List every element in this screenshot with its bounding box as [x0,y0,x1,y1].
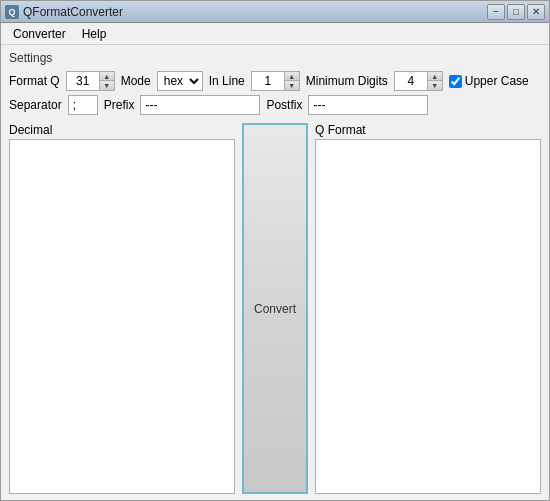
settings-row2: Separator Prefix Postfix [9,95,541,115]
title-bar-left: Q QFormatConverter [5,5,123,19]
settings-row1: Format Q ▲ ▼ Mode hex dec bin oct In Lin… [9,71,541,91]
min-digits-label: Minimum Digits [306,74,388,88]
postfix-label: Postfix [266,98,302,112]
postfix-input[interactable] [308,95,428,115]
separator-input[interactable] [68,95,98,115]
main-window: Q QFormatConverter − □ ✕ Converter Help … [0,0,550,501]
minimize-button[interactable]: − [487,4,505,20]
convert-button[interactable]: Convert [242,123,308,494]
decimal-panel: Decimal [9,123,235,494]
convert-column: Convert [235,123,315,494]
min-digits-input[interactable] [395,72,427,90]
format-q-spinbox: ▲ ▼ [66,71,115,91]
content-area: Settings Format Q ▲ ▼ Mode hex dec bin o… [1,45,549,500]
min-digits-spinbox: ▲ ▼ [394,71,443,91]
title-bar-buttons: − □ ✕ [487,4,545,20]
decimal-label: Decimal [9,123,235,137]
panels-area: Decimal Convert Q Format [9,123,541,494]
mode-label: Mode [121,74,151,88]
uppercase-wrapper: Upper Case [449,74,529,88]
inline-spinbox: ▲ ▼ [251,71,300,91]
title-bar: Q QFormatConverter − □ ✕ [1,1,549,23]
min-digits-spin-buttons: ▲ ▼ [427,72,442,90]
decimal-textarea[interactable] [9,139,235,494]
min-digits-spin-up[interactable]: ▲ [428,72,442,81]
prefix-input[interactable] [140,95,260,115]
format-q-label: Format Q [9,74,60,88]
inline-spin-buttons: ▲ ▼ [284,72,299,90]
inline-spin-down[interactable]: ▼ [285,81,299,90]
window-title: QFormatConverter [23,5,123,19]
format-q-spin-buttons: ▲ ▼ [99,72,114,90]
settings-section-label: Settings [9,51,541,65]
prefix-label: Prefix [104,98,135,112]
uppercase-label: Upper Case [465,74,529,88]
inline-label: In Line [209,74,245,88]
app-icon: Q [5,5,19,19]
close-button[interactable]: ✕ [527,4,545,20]
min-digits-spin-down[interactable]: ▼ [428,81,442,90]
mode-select[interactable]: hex dec bin oct [157,71,203,91]
qformat-panel: Q Format [315,123,541,494]
format-q-input[interactable] [67,72,99,90]
inline-spin-up[interactable]: ▲ [285,72,299,81]
menu-bar: Converter Help [1,23,549,45]
menu-help[interactable]: Help [74,25,115,43]
qformat-label: Q Format [315,123,541,137]
format-q-spin-down[interactable]: ▼ [100,81,114,90]
restore-button[interactable]: □ [507,4,525,20]
format-q-spin-up[interactable]: ▲ [100,72,114,81]
uppercase-checkbox[interactable] [449,75,462,88]
inline-input[interactable] [252,72,284,90]
menu-converter[interactable]: Converter [5,25,74,43]
qformat-textarea[interactable] [315,139,541,494]
separator-label: Separator [9,98,62,112]
